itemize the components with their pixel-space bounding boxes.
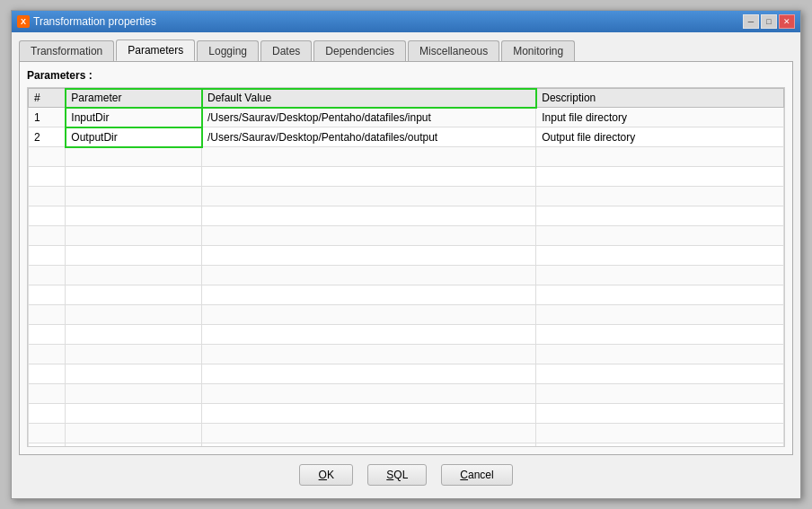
title-buttons: ─ □ ✕	[743, 14, 795, 29]
close-button[interactable]: ✕	[779, 14, 795, 29]
title-bar: X Transformation properties ─ □ ✕	[12, 11, 800, 32]
main-window: X Transformation properties ─ □ ✕ Transf…	[11, 10, 801, 499]
tab-dates[interactable]: Dates	[260, 40, 312, 61]
row-default-value[interactable]: /Users/Saurav/Desktop/Pentaho/datafiles/…	[202, 108, 536, 127]
table-row	[29, 147, 784, 167]
tab-bar: Transformation Parameters Logging Dates …	[19, 39, 793, 61]
maximize-button[interactable]: □	[761, 14, 777, 29]
table-row: 1 InputDir /Users/Saurav/Desktop/Pentaho…	[29, 108, 784, 127]
app-icon: X	[17, 15, 30, 28]
tab-miscellaneous[interactable]: Miscellaneous	[408, 40, 499, 61]
table-row	[29, 424, 784, 443]
parameters-table: # Parameter Default Value Description 1 …	[28, 88, 784, 447]
cancel-button[interactable]: Cancel	[441, 464, 512, 486]
minimize-button[interactable]: ─	[743, 14, 759, 29]
table-row	[29, 384, 784, 404]
tab-monitoring[interactable]: Monitoring	[501, 40, 575, 61]
row-parameter[interactable]: InputDir	[66, 108, 202, 127]
panel-label: Parameters :	[27, 69, 785, 82]
row-parameter[interactable]: OutputDir	[66, 127, 202, 147]
table-row	[29, 266, 784, 285]
ok-button[interactable]: OK	[299, 464, 353, 486]
tab-logging[interactable]: Logging	[197, 40, 259, 61]
sql-button[interactable]: SQL	[367, 464, 427, 486]
parameters-table-container: # Parameter Default Value Description 1 …	[27, 87, 785, 447]
table-row	[29, 187, 784, 206]
table-row	[29, 364, 784, 384]
window-title: Transformation properties	[33, 15, 156, 28]
footer: OK SQL Cancel	[19, 455, 793, 491]
col-header-num: #	[29, 89, 66, 108]
row-default-value[interactable]: /Users/Saurav/Desktop/Pentaho/datafiles/…	[202, 127, 536, 147]
table-row	[29, 325, 784, 345]
tab-dependencies[interactable]: Dependencies	[313, 40, 406, 61]
table-row	[29, 443, 784, 448]
parameters-panel: Parameters : # Parameter Default Value D…	[19, 61, 793, 455]
tab-transformation[interactable]: Transformation	[19, 40, 114, 61]
window-content: Transformation Parameters Logging Dates …	[12, 32, 800, 498]
tab-parameters[interactable]: Parameters	[116, 39, 195, 61]
table-row	[29, 246, 784, 266]
table-row	[29, 226, 784, 246]
title-bar-left: X Transformation properties	[17, 15, 156, 28]
table-row	[29, 404, 784, 424]
row-num: 1	[29, 108, 66, 127]
row-num: 2	[29, 127, 66, 147]
table-row	[29, 285, 784, 305]
col-header-parameter: Parameter	[66, 89, 202, 108]
row-description: Input file directory	[536, 108, 784, 127]
col-header-default: Default Value	[202, 89, 536, 108]
col-header-description: Description	[536, 89, 784, 108]
table-row	[29, 167, 784, 187]
table-row: 2 OutputDir /Users/Saurav/Desktop/Pentah…	[29, 127, 784, 147]
row-description: Output file directory	[536, 127, 784, 147]
table-row	[29, 206, 784, 226]
table-row	[29, 305, 784, 325]
table-row	[29, 345, 784, 364]
